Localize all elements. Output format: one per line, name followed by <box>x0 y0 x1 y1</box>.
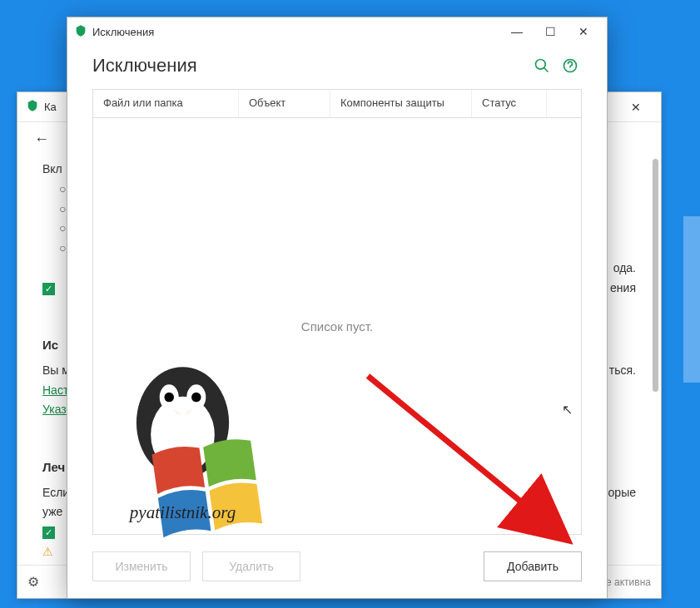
windows-desktop-edge <box>683 216 700 383</box>
checkbox-label <box>60 281 63 294</box>
frag-right: орые <box>608 483 636 503</box>
dialog-header: Исключения <box>67 46 607 89</box>
front-titlebar: Исключения — ☐ ✕ <box>67 17 607 46</box>
dialog-footer: Изменить Удалить Добавить <box>67 535 607 598</box>
delete-button: Удалить <box>202 551 300 581</box>
svg-line-10 <box>368 376 555 530</box>
frag-right: ения <box>610 279 636 299</box>
warning-icon: ⚠ <box>42 542 55 555</box>
frag: Если <box>42 486 69 499</box>
back-arrow-icon[interactable]: ← <box>34 131 49 148</box>
scrollbar[interactable] <box>653 159 658 392</box>
checkbox-icon[interactable]: ✓ <box>42 283 55 295</box>
svg-line-1 <box>544 68 549 72</box>
close-icon[interactable]: ✕ <box>619 95 653 120</box>
col-file-or-folder[interactable]: Файл или папка <box>93 90 239 117</box>
col-object[interactable]: Объект <box>239 90 330 117</box>
annotation-arrow <box>360 368 576 554</box>
svg-point-9 <box>191 393 201 403</box>
svg-point-3 <box>570 70 571 71</box>
edit-button: Изменить <box>92 551 191 581</box>
page-title: Исключения <box>92 55 525 77</box>
specify-link[interactable]: Указ <box>42 403 67 416</box>
svg-point-0 <box>536 60 546 70</box>
checkbox-icon[interactable]: ✓ <box>42 526 55 539</box>
table-body: Список пуст. <box>93 118 581 534</box>
col-status[interactable]: Статус <box>472 90 547 117</box>
search-icon[interactable] <box>530 54 554 77</box>
svg-point-8 <box>164 393 174 403</box>
footer-status-text: е активна <box>606 576 651 588</box>
watermark-text: pyatilistnik.org <box>128 502 236 522</box>
svg-point-6 <box>160 384 179 410</box>
svg-point-4 <box>137 367 229 478</box>
back-window-title: Ка <box>44 101 57 113</box>
svg-point-7 <box>186 384 206 410</box>
exclusions-table: Файл или папка Объект Компоненты защиты … <box>92 89 582 535</box>
maximize-icon[interactable]: ☐ <box>534 19 567 44</box>
help-icon[interactable] <box>559 54 582 77</box>
shield-icon <box>74 24 87 40</box>
col-protection-components[interactable]: Компоненты защиты <box>330 90 472 117</box>
minimize-icon[interactable]: — <box>500 19 534 44</box>
empty-list-message: Список пуст. <box>301 319 373 334</box>
exclusions-dialog: Исключения — ☐ ✕ Исключения Файл или пап… <box>67 17 608 599</box>
mouse-cursor-icon: ↖ <box>562 402 573 418</box>
dialog-title: Исключения <box>92 26 154 38</box>
close-icon[interactable]: ✕ <box>567 19 600 44</box>
gear-icon[interactable]: ⚙ <box>27 574 39 590</box>
watermark-logo: pyatilistnik.org <box>93 351 272 542</box>
settings-link[interactable]: Наст <box>42 383 68 397</box>
shield-icon <box>26 99 39 116</box>
frag-right: ться. <box>609 361 636 381</box>
col-spacer <box>547 90 581 117</box>
add-button[interactable]: Добавить <box>484 551 582 581</box>
frag: Вы м <box>42 363 70 377</box>
svg-point-5 <box>151 397 215 473</box>
table-header-row: Файл или папка Объект Компоненты защиты … <box>93 90 581 118</box>
